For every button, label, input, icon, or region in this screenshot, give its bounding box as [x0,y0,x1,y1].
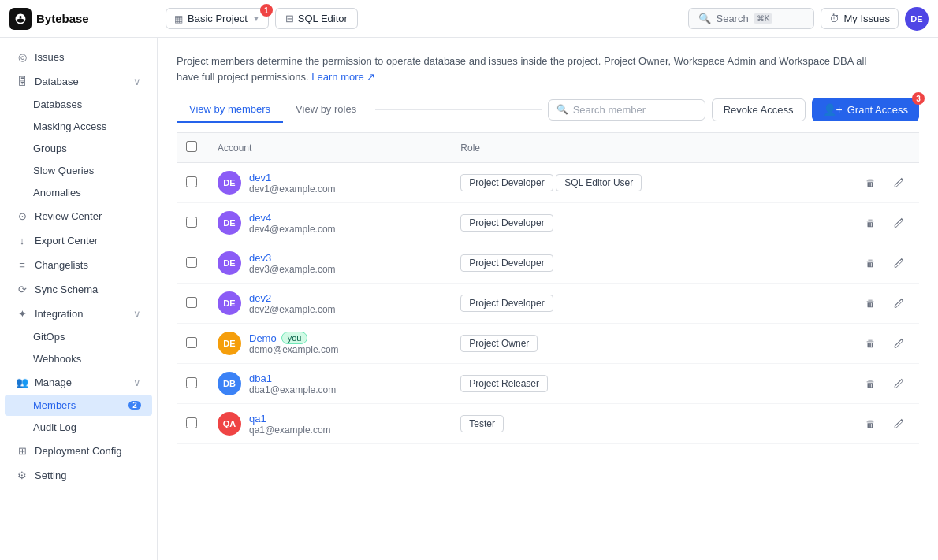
sidebar-item-slow-queries[interactable]: Slow Queries [5,160,152,181]
role-cell: Project Owner [451,324,798,364]
sidebar-item-anomalies[interactable]: Anomalies [5,182,152,203]
user-avatar[interactable]: DE [905,7,929,31]
topbar: Bytebase ▦ Basic Project ▼ 1 ⊟ SQL Edito… [0,0,938,38]
review-icon: ⊙ [16,210,28,222]
account-name[interactable]: dev2 [249,292,336,304]
table-row: QA qa1 qa1@example.com Tester [177,404,919,444]
sidebar-label-review-center: Review Center [35,210,141,222]
row-checkbox[interactable] [186,297,197,308]
members-label: Members [33,399,76,411]
tab-roles-label: View by roles [296,103,356,115]
grant-access-button[interactable]: 👤+ Grant Access 3 [812,98,920,121]
sidebar-item-review-center[interactable]: ⊙ Review Center [5,204,152,228]
sidebar-item-audit-log[interactable]: Audit Log [5,417,152,438]
sidebar-item-webhooks[interactable]: Webhooks [5,348,152,369]
sql-editor-button[interactable]: ⊟ SQL Editor [275,8,358,29]
account-name[interactable]: qa1 [249,413,331,425]
role-cell: Tester [451,404,798,444]
sidebar-item-integration[interactable]: ✦ Integration ∨ [5,302,152,325]
select-all-checkbox[interactable] [186,141,197,152]
sidebar-item-gitops[interactable]: GitOps [5,326,152,347]
table-row: DE dev1 dev1@example.com Project Develop… [177,163,919,203]
action-cell [798,404,919,444]
col-checkbox [177,133,208,163]
edit-button[interactable] [888,292,910,314]
row-checkbox[interactable] [186,337,197,348]
issues-button[interactable]: ⏱ My Issues [821,8,899,29]
sidebar-item-export-center[interactable]: ↓ Export Center [5,228,152,252]
tab-view-by-members[interactable]: View by members [177,97,283,123]
role-cell: Project Releaser [451,364,798,404]
account-cell: DE dev2 dev2@example.com [208,284,451,324]
account-name[interactable]: dev3 [249,252,336,264]
role-tag: Project Developer [460,174,553,191]
sidebar-item-members[interactable]: Members 2 [5,395,152,416]
sidebar-item-database[interactable]: 🗄 Database ∨ [5,69,152,93]
layout: ◎ Issues 🗄 Database ∨ Databases Masking … [0,38,938,560]
sidebar-item-databases[interactable]: Databases [5,94,152,115]
delete-button[interactable] [859,292,881,314]
edit-button[interactable] [888,212,910,234]
tabs-and-actions: View by members View by roles 🔍 Search m… [177,97,919,122]
learn-more-link[interactable]: Learn more ↗ [311,71,375,83]
delete-button[interactable] [859,212,881,234]
sidebar-item-masking-access[interactable]: Masking Access [5,116,152,137]
account-name[interactable]: Demo you [249,332,339,344]
search-bar[interactable]: 🔍 Search ⌘K [688,8,814,29]
edit-button[interactable] [888,373,910,395]
search-member-placeholder: Search member [573,104,646,116]
action-cell [798,163,919,203]
revoke-access-button[interactable]: Revoke Access [712,98,806,121]
sidebar-item-setting[interactable]: ⚙ Setting [5,463,152,487]
role-tag: Project Developer [460,295,553,312]
logo-icon [9,8,32,30]
account-name[interactable]: dev4 [249,212,336,224]
avatar: QA [218,412,241,436]
edit-button[interactable] [888,413,910,435]
row-checkbox[interactable] [186,176,197,187]
search-member-input[interactable]: 🔍 Search member [548,99,705,121]
row-checkbox[interactable] [186,257,197,268]
delete-button[interactable] [859,332,881,354]
edit-button[interactable] [888,252,910,274]
role-tag: Project Developer [460,214,553,232]
row-checkbox[interactable] [186,217,197,228]
logo-text: Bytebase [36,12,89,25]
delete-button[interactable] [859,413,881,435]
account-info: dev2 dev2@example.com [249,292,336,315]
main-content: Project members determine the permission… [158,38,938,560]
sidebar-item-manage[interactable]: 👥 Manage ∨ [5,370,152,394]
row-checkbox-cell [177,324,208,364]
sidebar-item-changelists[interactable]: ≡ Changelists [5,253,152,276]
sidebar-item-deployment-config[interactable]: ⊞ Deployment Config [5,439,152,462]
sidebar-label-database: Database [35,76,127,87]
role-tag: Tester [460,415,504,432]
project-selector[interactable]: ▦ Basic Project ▼ 1 [166,8,269,29]
edit-button[interactable] [888,332,910,354]
tab-view-by-roles[interactable]: View by roles [283,97,369,123]
sql-editor-icon: ⊟ [285,13,294,24]
role-cell: Project Developer [451,243,798,284]
sidebar-item-sync-schema[interactable]: ⟳ Sync Schema [5,277,152,301]
delete-button[interactable] [859,373,881,395]
account-name[interactable]: dba1 [249,373,336,384]
role-cell: Project Developer SQL Editor User [451,163,798,203]
role-tag: Project Releaser [460,375,548,392]
account-name[interactable]: dev1 [249,172,336,184]
delete-button[interactable] [859,172,881,194]
sidebar-item-groups[interactable]: Groups [5,138,152,159]
sidebar-label-export-center: Export Center [35,235,141,247]
account-info: qa1 qa1@example.com [249,413,331,436]
delete-button[interactable] [859,252,881,274]
grant-badge: 3 [912,92,925,105]
col-actions [798,133,919,163]
table-row: DE dev4 dev4@example.com Project Develop… [177,203,919,243]
row-checkbox[interactable] [186,377,197,388]
account-info: Demo you demo@example.com [249,332,339,355]
sidebar-label-integration: Integration [35,308,127,320]
members-badge: 2 [128,401,141,410]
edit-button[interactable] [888,172,910,194]
sidebar-item-issues[interactable]: ◎ Issues [5,45,152,69]
users-icon: 👥 [16,376,28,388]
row-checkbox[interactable] [186,417,197,428]
